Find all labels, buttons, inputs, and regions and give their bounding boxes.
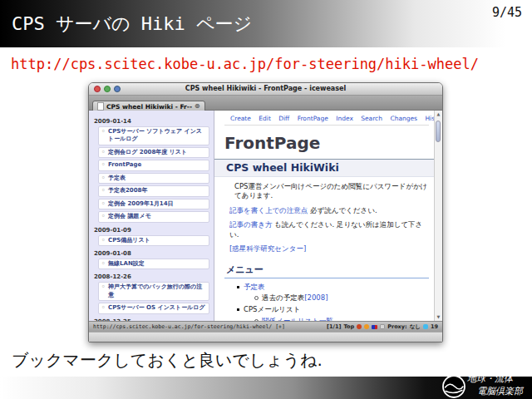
logo-text-line2: 電脳倶楽部	[477, 386, 525, 397]
menu-list: 予定表 過去の予定表[2008] CPSメールリスト 関係メールリスト一覧 メー…	[236, 283, 429, 321]
status-page-indicator: [1/1]	[327, 323, 341, 330]
status-proxy-label: Proxy:	[387, 323, 406, 330]
sidebar-link[interactable]: 無線LAN設定	[98, 259, 209, 269]
slide-footer: 地球・流体 電脳倶楽部	[0, 377, 532, 399]
tab-close-icon[interactable]: ⊗	[195, 103, 200, 110]
menu-item: CPSメールリスト 関係メールリスト一覧 メールリストの管理	[236, 305, 429, 321]
tab-title: CPS wheel Hikiwiki - Fr--	[106, 103, 192, 111]
sidebar-link[interactable]: 予定表	[98, 173, 209, 184]
browser-window: CPS wheel Hikiwiki - FrontPage - iceweas…	[88, 82, 443, 342]
paragraph: CPS運営メンバー向けページのため閲覧にパスワードがかけてあります.	[234, 182, 429, 201]
status-addon-red-icon[interactable]	[357, 324, 362, 329]
tab-bar: CPS wheel Hikiwiki - Fr-- ⊗	[89, 96, 442, 111]
sidebar-link[interactable]: CPSサーバー OS インストールログ	[98, 303, 209, 313]
sidebar-link[interactable]: 定例会 議題メモ	[98, 211, 209, 222]
slide-note: ブックマークしておくと良いでしょうね.	[12, 349, 323, 372]
wiki-nav: Create Edit Diff FrontPage Index Search …	[224, 111, 429, 126]
wiki-link[interactable]: 記事の書き方	[229, 220, 272, 229]
menu-subitem: 関係メールリスト一覧	[254, 317, 429, 321]
sidebar-link[interactable]: CPSサーバー ソフトウェア インストールログ	[98, 126, 209, 145]
scrollbar-thumb[interactable]	[436, 121, 441, 142]
menu-subitem: 過去の予定表[2008]	[254, 293, 429, 303]
sidebar-link[interactable]: 定例会ログ 2008年度 リスト	[98, 147, 209, 158]
status-proxy-value: なし	[410, 323, 421, 331]
dennou-club-logo: 地球・流体 電脳倶楽部	[437, 367, 530, 399]
sidebar-date: 2009-01-14	[94, 118, 209, 125]
window-titlebar[interactable]: CPS wheel Hikiwiki - FrontPage - iceweas…	[89, 83, 442, 96]
menu-subitem-text: 過去の予定表	[262, 293, 304, 302]
logo-text-line1: 地球・流体	[467, 373, 514, 384]
slide: CPS サーバの Hiki ページ 9/45 http://cps.scitec…	[0, 0, 532, 399]
menu-heading: メニュー	[224, 264, 429, 278]
status-addon-gray-icon[interactable]	[380, 324, 385, 329]
nav-link-search[interactable]: Search	[361, 115, 382, 122]
section-heading: CPS wheel HikiWiki	[214, 159, 442, 177]
paragraph: 記事の書き方 も読んでください. 足りない所は追加して下さい.	[229, 220, 429, 239]
wiki-link[interactable]: [惑星科学研究センター]	[229, 244, 306, 253]
scroll-up-icon[interactable]: ▲	[435, 111, 442, 117]
menu-item-text: CPSメールリスト	[244, 305, 300, 313]
sidebar-link[interactable]: CPS備品リスト	[98, 235, 209, 246]
nav-link-frontpage[interactable]: FrontPage	[298, 115, 328, 122]
sidebar-link[interactable]: 定例会 2009年1月14日	[98, 199, 209, 209]
window-zoom-button[interactable]	[114, 86, 121, 92]
sidebar-link[interactable]: FrontPage	[98, 160, 209, 170]
page-title: FrontPage	[224, 133, 429, 153]
wiki-sidebar: 2009-01-14 CPSサーバー ソフトウェア インストールログ 定例会ログ…	[89, 111, 214, 321]
status-flag-icon[interactable]	[372, 325, 377, 329]
status-bar: http://cps.scitec.kobe-u.ac.jp/for-steer…	[89, 321, 442, 332]
paragraph: [惑星科学研究センター]	[229, 244, 429, 254]
nav-link-index[interactable]: Index	[336, 115, 353, 122]
sidebar-link[interactable]: 予定表2008年	[98, 185, 209, 196]
status-top-label: Top	[343, 323, 354, 330]
sidebar-link[interactable]: 神戸大予算でのパック旅行の際の注意	[98, 282, 209, 301]
sidebar-date: 2009-01-09	[94, 227, 209, 234]
nav-link-edit[interactable]: Edit	[259, 115, 271, 122]
status-addon-orange-icon[interactable]	[364, 324, 369, 329]
sidebar-date: 2009-01-08	[94, 250, 209, 257]
slide-header: CPS サーバの Hiki ページ 9/45	[0, 0, 532, 47]
wiki-main: Create Edit Diff FrontPage Index Search …	[214, 111, 442, 321]
browser-content: 2009-01-14 CPSサーバー ソフトウェア インストールログ 定例会ログ…	[89, 111, 442, 321]
window-title: CPS wheel Hikiwiki - FrontPage - iceweas…	[89, 83, 442, 95]
status-right: [1/1] Top Proxy: なし 19	[327, 323, 438, 331]
nav-link-changes[interactable]: Changes	[390, 115, 417, 122]
scroll-down-icon[interactable]: ▼	[435, 314, 442, 320]
paragraph-text: 必ず読んでください.	[308, 206, 377, 214]
window-resize-strip[interactable]	[89, 332, 442, 342]
paragraph: 記事を書く上での注意点 必ず読んでください.	[229, 206, 429, 215]
nav-link-diff[interactable]: Diff	[278, 115, 289, 122]
wiki-link[interactable]: 記事を書く上での注意点	[229, 206, 308, 214]
status-url: http://cps.scitec.kobe-u.ac.jp/for-steer…	[93, 323, 327, 330]
status-feed-icon[interactable]	[423, 324, 428, 329]
wiki-link[interactable]: [2008]	[304, 293, 328, 302]
menu-item: 予定表 過去の予定表[2008]	[236, 283, 429, 303]
status-count: 19	[431, 323, 438, 330]
slide-title: CPS サーバの Hiki ページ	[12, 12, 252, 37]
page-icon	[97, 102, 104, 111]
wiki-link[interactable]: 関係メールリスト一覧	[262, 317, 333, 321]
nav-link-create[interactable]: Create	[230, 115, 251, 122]
slide-url: http://cps.scitec.kobe-u.ac.jp/for-steer…	[11, 56, 479, 72]
window-close-button[interactable]	[94, 86, 101, 92]
scrollbar[interactable]: ▲ ▼	[434, 111, 442, 321]
page-number: 9/45	[492, 5, 522, 20]
wiki-link[interactable]: 予定表	[244, 283, 265, 291]
sidebar-date: 2008-12-26	[94, 273, 209, 280]
window-minimize-button[interactable]	[104, 86, 111, 92]
sidebar-date: 2008-12-25	[94, 318, 209, 321]
